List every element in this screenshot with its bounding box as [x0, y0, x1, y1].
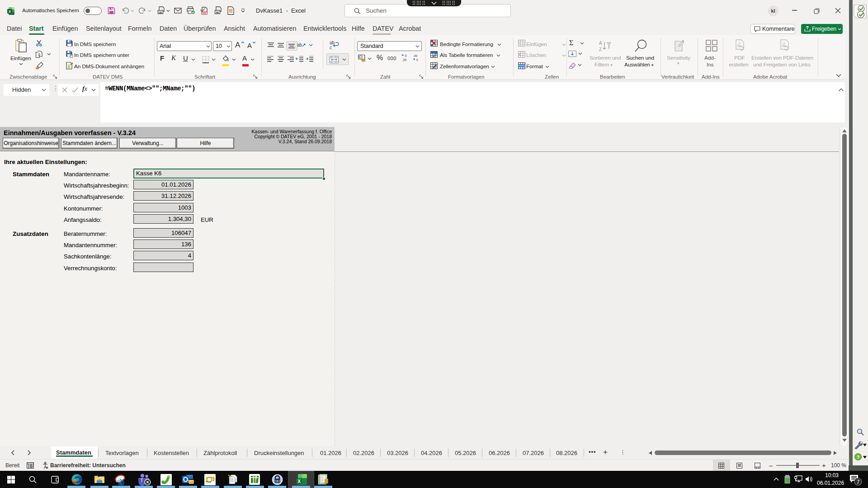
svg-text:c: c [330, 45, 332, 50]
svg-text:,00: ,00 [402, 58, 406, 61]
svg-text:X: X [297, 479, 301, 484]
svg-text:PDF: PDF [203, 12, 207, 14]
svg-text:A: A [599, 41, 602, 46]
svg-text:0: 0 [405, 54, 407, 57]
svg-text:,00: ,00 [413, 54, 417, 57]
svg-text:Z: Z [599, 47, 602, 52]
svg-text:ab: ab [297, 42, 302, 47]
svg-text:x: x [9, 9, 11, 14]
svg-text:?: ? [857, 455, 859, 460]
svg-text:ab: ab [330, 40, 335, 45]
svg-text:0: 0 [416, 58, 418, 61]
svg-text:7: 7 [857, 479, 860, 485]
svg-text:T: T [140, 478, 143, 483]
